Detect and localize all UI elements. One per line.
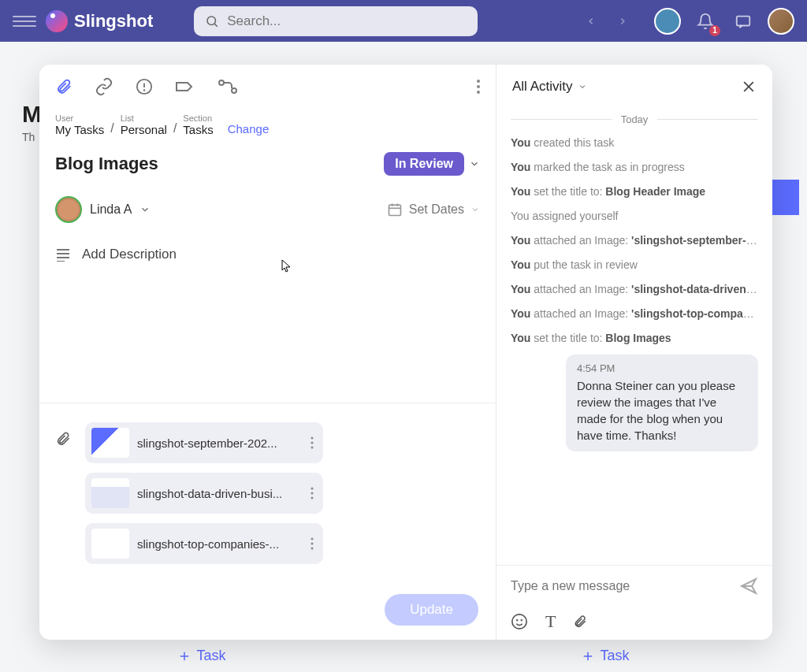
message-time: 4:54 PM — [577, 362, 747, 374]
compose-tools: T — [511, 611, 758, 632]
attachment-item[interactable]: slingshot-top-companies-... — [85, 523, 323, 564]
attachments-icon — [55, 430, 71, 447]
attachment-more-icon[interactable] — [307, 487, 317, 499]
attachments-section: slingshot-september-202... slingshot-dat… — [39, 403, 496, 583]
format-button[interactable]: T — [545, 611, 556, 632]
add-task-button[interactable]: Task — [581, 648, 629, 664]
notifications-button[interactable]: 1 — [692, 8, 719, 35]
svg-point-23 — [311, 437, 314, 440]
attachment-item[interactable]: slingshot-data-driven-busi... — [85, 473, 323, 514]
close-icon — [741, 79, 757, 95]
task-more-button[interactable] — [477, 80, 480, 94]
org-avatar[interactable] — [654, 8, 681, 35]
calendar-icon — [387, 202, 403, 217]
activity-feed[interactable]: Today You created this taskYou marked th… — [496, 109, 772, 565]
chevron-down-icon — [578, 82, 587, 91]
attachment-name: slingshot-top-companies-... — [137, 537, 299, 551]
description-placeholder: Add Description — [82, 247, 177, 262]
add-task-button[interactable]: Task — [177, 648, 225, 664]
brand-name: Slingshot — [74, 11, 153, 32]
attachments-list: slingshot-september-202... slingshot-dat… — [85, 422, 480, 564]
task-detail-pane: User My Tasks / List Personal / Section … — [39, 65, 496, 640]
top-icons: 1 — [654, 8, 794, 35]
svg-point-14 — [477, 91, 480, 94]
attachment-thumbnail — [91, 529, 129, 559]
nav-back-button[interactable] — [578, 9, 604, 34]
user-avatar[interactable] — [768, 8, 794, 35]
svg-point-25 — [311, 447, 314, 449]
status-chip[interactable]: In Review — [384, 152, 464, 176]
svg-point-31 — [311, 548, 314, 550]
hamburger-menu-icon[interactable] — [13, 9, 36, 33]
search-box[interactable] — [194, 6, 478, 36]
attachment-tool-icon[interactable] — [55, 78, 73, 95]
attachment-item[interactable]: slingshot-september-202... — [85, 422, 323, 463]
add-task-row: Task Task — [0, 648, 807, 664]
activity-line: You set the title to: Blog Header Image — [511, 184, 758, 200]
brand-logo[interactable]: Slingshot — [46, 10, 153, 32]
nav-arrows — [578, 9, 635, 34]
activity-filter-dropdown[interactable]: All Activity — [512, 79, 587, 95]
dependency-tool-icon[interactable] — [218, 79, 238, 95]
svg-point-24 — [311, 442, 314, 444]
svg-rect-2 — [737, 16, 750, 25]
svg-point-13 — [477, 85, 480, 88]
crumb-user[interactable]: User My Tasks — [55, 113, 104, 136]
assignee-picker[interactable]: Linda A — [55, 196, 151, 223]
day-divider: Today — [511, 113, 758, 125]
svg-point-35 — [512, 614, 526, 629]
svg-point-36 — [517, 620, 518, 621]
chat-button[interactable] — [730, 8, 757, 35]
svg-point-30 — [311, 543, 314, 545]
task-modal: User My Tasks / List Personal / Section … — [39, 65, 772, 640]
logo-mark-icon — [46, 10, 68, 32]
task-title-row: Blog Images In Review — [39, 136, 496, 176]
assignee-avatar — [55, 196, 82, 223]
status-chevron-icon[interactable] — [469, 158, 480, 169]
update-row: Update — [39, 583, 496, 640]
svg-point-11 — [232, 88, 236, 93]
task-title[interactable]: Blog Images — [55, 154, 384, 174]
link-tool-icon[interactable] — [95, 77, 113, 96]
crumb-list[interactable]: List Personal — [121, 113, 167, 136]
compose-area: T — [496, 565, 772, 640]
close-button[interactable] — [741, 79, 757, 95]
emoji-button[interactable] — [511, 611, 528, 632]
chevron-down-icon — [139, 204, 151, 215]
update-button[interactable]: Update — [385, 594, 478, 626]
chat-icon — [734, 13, 752, 30]
attachment-name: slingshot-september-202... — [137, 436, 299, 450]
priority-tool-icon[interactable] — [136, 78, 153, 95]
svg-point-10 — [219, 80, 224, 85]
message-text: Donna Steiner can you please review the … — [577, 377, 747, 444]
attachment-more-icon[interactable] — [307, 537, 317, 550]
description-field[interactable]: Add Description — [39, 223, 496, 262]
set-dates-button[interactable]: Set Dates — [387, 202, 480, 217]
attachment-name: slingshot-data-driven-busi... — [137, 487, 299, 500]
paperclip-icon — [573, 613, 587, 630]
svg-point-26 — [311, 488, 314, 490]
search-input[interactable] — [227, 13, 467, 29]
notification-badge: 1 — [709, 25, 720, 36]
nav-forward-button[interactable] — [610, 9, 635, 34]
change-breadcrumb-link[interactable]: Change — [228, 122, 270, 136]
attachment-thumbnail — [91, 478, 129, 508]
crumb-section[interactable]: Section Tasks — [183, 113, 213, 136]
assignee-name: Linda A — [90, 202, 132, 217]
activity-line: You assigned yourself — [511, 208, 758, 225]
description-icon — [55, 247, 71, 262]
attach-button[interactable] — [573, 611, 587, 632]
search-icon — [205, 14, 219, 28]
attachment-more-icon[interactable] — [307, 436, 317, 449]
message-input[interactable] — [511, 579, 730, 593]
svg-rect-15 — [389, 205, 400, 215]
message-bubble: 4:54 PM Donna Steiner can you please rev… — [566, 355, 758, 451]
svg-point-27 — [311, 492, 314, 495]
top-bar: Slingshot 1 — [0, 0, 807, 42]
activity-line: You attached an Image: 'slingshot-top-co… — [511, 306, 758, 322]
tag-tool-icon[interactable] — [175, 78, 195, 95]
activity-line: You attached an Image: 'slingshot-data-d… — [511, 281, 758, 298]
svg-point-9 — [144, 90, 145, 91]
send-button[interactable] — [739, 577, 758, 596]
activity-line: You attached an Image: 'slingshot-septem… — [511, 232, 758, 249]
